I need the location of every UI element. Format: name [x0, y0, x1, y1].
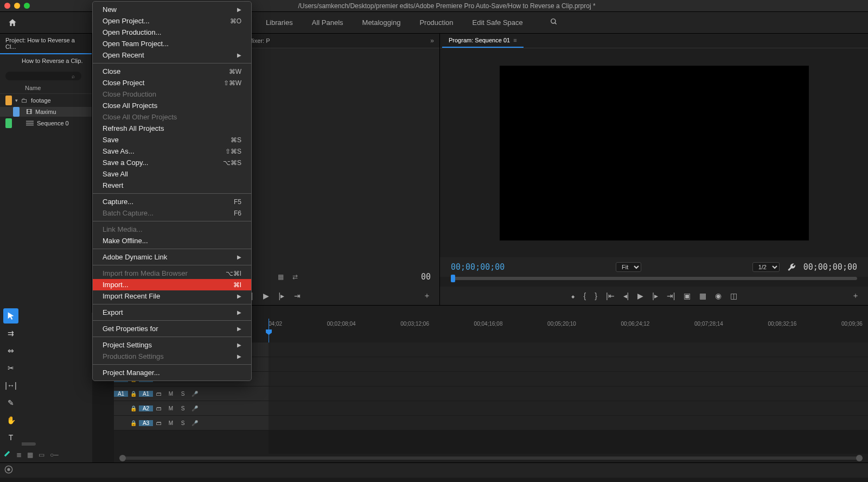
menu-item[interactable]: Save a Copy...⌥⌘S — [93, 157, 251, 168]
track-select-tool[interactable]: ⇉ — [3, 326, 18, 341]
track-a1[interactable]: A1🔒A1🗃MS🎤 — [114, 386, 269, 401]
svg-rect-2 — [26, 121, 34, 122]
project-column-name[interactable]: Name — [0, 83, 92, 94]
workspace-custom[interactable]: Edit Safe Space — [473, 18, 523, 27]
zoom-slider[interactable] — [119, 456, 863, 460]
menu-item[interactable]: Open Project...⌘O — [93, 15, 251, 27]
menu-item[interactable]: Project Settings▶ — [93, 339, 251, 351]
menu-item[interactable]: Open Team Project... — [93, 38, 251, 49]
close-window-button[interactable] — [4, 3, 10, 9]
track-lanes[interactable] — [269, 343, 868, 454]
workspace-production[interactable]: Production — [419, 18, 453, 27]
track-a3[interactable]: 🔒A3🗃MS🎤 — [114, 416, 269, 430]
hand-tool[interactable]: ✋ — [3, 413, 18, 428]
cc-icon[interactable] — [4, 465, 13, 475]
menu-item[interactable]: Save As...⇧⌘S — [93, 145, 251, 157]
new-item-icon[interactable] — [3, 450, 11, 459]
add-button-icon[interactable]: ＋ — [852, 291, 859, 301]
project-panel-tab[interactable]: Project: How to Reverse a Cl... — [0, 34, 92, 54]
export-frame-icon[interactable]: ◉ — [715, 291, 722, 300]
ruler-tick: 00;04;16;08 — [474, 321, 503, 327]
minimize-window-button[interactable] — [14, 3, 20, 9]
menu-item[interactable]: Export▶ — [93, 307, 251, 318]
menu-item[interactable]: Close Project⇧⌘W — [93, 77, 251, 88]
freeform-view-icon[interactable]: ▭ — [39, 451, 44, 459]
menu-item[interactable]: Adobe Dynamic Link▶ — [93, 251, 251, 263]
workspace-libraries[interactable]: Libraries — [266, 18, 293, 27]
workspace-all-panels[interactable]: All Panels — [312, 18, 343, 27]
razor-tool[interactable]: ✂ — [3, 360, 18, 376]
menu-item[interactable]: Make Offline... — [93, 235, 251, 246]
list-view-icon[interactable]: ≣ — [16, 451, 22, 459]
go-out-icon[interactable]: ⇥| — [667, 291, 675, 300]
item-label: Sequence 0 — [37, 120, 69, 126]
menu-item[interactable]: Save⌘S — [93, 134, 251, 145]
wrench-icon[interactable] — [787, 262, 796, 272]
timeline-ruler[interactable]: 04;02 00;02;08;04 00;03;12;06 00;04;16;0… — [269, 319, 868, 343]
maximize-window-button[interactable] — [24, 3, 30, 9]
step-fwd-icon[interactable]: |▸ — [279, 291, 285, 300]
menu-item[interactable]: Close All Projects — [93, 100, 251, 111]
menu-item[interactable]: Open Production... — [93, 27, 251, 38]
more-tabs-icon[interactable]: » — [427, 37, 437, 45]
mark-out-icon[interactable]: ⇥ — [294, 291, 301, 300]
ripple-edit-tool[interactable]: ⇔ — [3, 343, 18, 358]
source-link-icon[interactable]: ⇄ — [292, 273, 298, 281]
menu-item[interactable]: Refresh All Projects — [93, 123, 251, 134]
pen-tool[interactable]: ✎ — [3, 395, 18, 410]
menu-item: Close Production — [93, 88, 251, 100]
menu-item[interactable]: New▶ — [93, 4, 251, 15]
svg-rect-3 — [26, 123, 34, 124]
window-controls — [4, 3, 30, 9]
play-icon[interactable]: ▶ — [263, 291, 269, 300]
add-marker-icon[interactable]: ⬥ — [571, 291, 575, 300]
disclosure-icon[interactable]: ▾ — [15, 98, 18, 103]
menu-item[interactable]: Revert — [93, 180, 251, 191]
comparison-icon[interactable]: ◫ — [730, 291, 737, 300]
sequence-icon — [26, 119, 34, 127]
go-in-icon[interactable]: |⇤ — [606, 291, 615, 300]
mark-in-icon[interactable]: { — [584, 291, 586, 300]
menu-item[interactable]: Capture...F5 — [93, 196, 251, 207]
menu-item[interactable]: Save All — [93, 168, 251, 180]
step-fwd-icon[interactable]: |▸ — [652, 291, 658, 300]
project-item-sequence[interactable]: Sequence 0 — [0, 117, 92, 130]
program-timecode-right: 00;00;00;00 — [803, 262, 857, 272]
menu-item: Production Settings▶ — [93, 351, 251, 362]
menu-item[interactable]: Project Manager... — [93, 367, 251, 378]
source-settings-icon[interactable]: ▦ — [278, 273, 284, 281]
project-search-row: ⌕ — [0, 69, 92, 83]
menu-item[interactable]: Import Recent File▶ — [93, 290, 251, 302]
project-item-folder[interactable]: ▾ 🗀 footage — [0, 94, 92, 107]
step-back-icon[interactable]: ◂| — [623, 291, 629, 300]
icon-view-icon[interactable]: ▦ — [27, 451, 33, 459]
type-tool[interactable]: T — [3, 430, 18, 445]
program-scrubber[interactable] — [440, 277, 868, 287]
search-icon[interactable] — [550, 18, 558, 27]
clip-icon: 🎞 — [26, 109, 32, 115]
extract-icon[interactable]: ▦ — [699, 291, 706, 300]
track-a2[interactable]: 🔒A2🗃MS🎤 — [114, 401, 269, 416]
lift-icon[interactable]: ▣ — [684, 291, 691, 300]
menu-item[interactable]: Open Recent▶ — [93, 49, 251, 61]
mark-out-icon[interactable]: } — [595, 291, 597, 300]
program-timecode-left[interactable]: 00;00;00;00 — [451, 262, 505, 272]
menu-item[interactable]: Import...⌘I — [93, 279, 251, 290]
slip-tool[interactable]: |↔| — [3, 378, 18, 393]
zoom-select[interactable]: 1/2 — [752, 262, 780, 272]
project-search-input[interactable] — [5, 72, 81, 80]
svg-point-6 — [7, 468, 10, 471]
selection-tool[interactable] — [3, 308, 18, 324]
workspace-metalogging[interactable]: Metalogging — [362, 18, 401, 27]
tab-program[interactable]: Program: Sequence 01≡ — [442, 34, 524, 48]
play-icon[interactable]: ▶ — [637, 291, 643, 300]
program-viewport[interactable] — [440, 48, 868, 257]
label-chip — [13, 107, 20, 117]
menu-item[interactable]: Get Properties for▶ — [93, 323, 251, 334]
fit-select[interactable]: Fit — [616, 262, 641, 272]
home-button[interactable] — [7, 17, 18, 29]
zoom-slider-icon[interactable]: ○─ — [50, 451, 59, 459]
add-button-icon[interactable]: ＋ — [423, 291, 431, 301]
menu-item[interactable]: Close⌘W — [93, 66, 251, 77]
project-item-clip[interactable]: 🎞 Maximu — [0, 107, 92, 117]
